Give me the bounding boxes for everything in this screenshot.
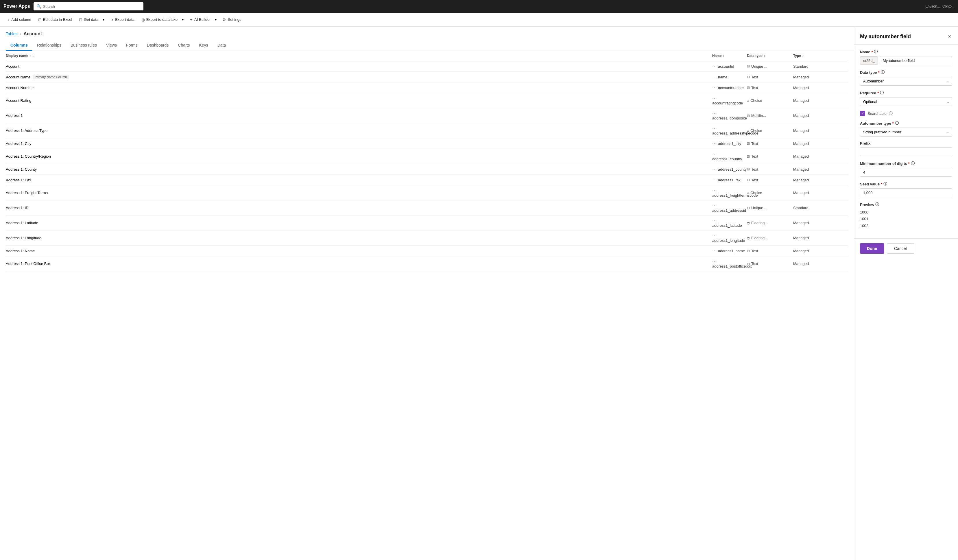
preview-info-icon[interactable]: ⓘ bbox=[875, 202, 879, 207]
ai-builder-arrow[interactable]: ▾ bbox=[213, 16, 218, 24]
min-digits-required: * bbox=[908, 162, 910, 166]
ai-builder-group: ✦ AI Builder ▾ bbox=[187, 16, 218, 24]
search-input[interactable] bbox=[43, 4, 141, 9]
export-data-button[interactable]: ⇥ Export data bbox=[107, 16, 137, 24]
row-dots[interactable]: ··· bbox=[712, 203, 717, 208]
seed-input[interactable] bbox=[860, 188, 952, 197]
table-row: Address 1: ID ··· address1_addressid ⊡ U… bbox=[6, 200, 848, 216]
export-lake-arrow[interactable]: ▾ bbox=[181, 16, 186, 24]
panel-body: Name * ⓘ cr25d_ Data type * ⓘ bbox=[854, 44, 958, 238]
name-required: * bbox=[871, 50, 873, 54]
tab-dashboards[interactable]: Dashboards bbox=[142, 40, 173, 51]
preview-values: 1000 1001 1002 bbox=[860, 209, 952, 229]
row-dots[interactable]: ··· bbox=[712, 63, 717, 68]
min-digits-input[interactable] bbox=[860, 168, 952, 177]
tab-relationships[interactable]: Relationships bbox=[32, 40, 66, 51]
data-icon: ⊟ bbox=[79, 17, 82, 22]
tab-columns[interactable]: Columns bbox=[6, 40, 32, 51]
row-dots[interactable]: ··· bbox=[712, 259, 717, 264]
edit-excel-button[interactable]: ⊞ Edit data in Excel bbox=[35, 16, 75, 24]
get-data-arrow[interactable]: ▾ bbox=[101, 16, 106, 24]
prefix-field-group: Prefix bbox=[860, 141, 952, 156]
table-row: Account Rating ··· accountratingcode ≡ C… bbox=[6, 93, 848, 108]
tab-views[interactable]: Views bbox=[102, 40, 121, 51]
add-icon: + bbox=[8, 17, 10, 22]
preview-field-group: Preview ⓘ 1000 1001 1002 bbox=[860, 202, 952, 229]
cancel-button[interactable]: Cancel bbox=[887, 243, 914, 254]
row-dots[interactable]: ··· bbox=[712, 248, 717, 253]
row-dots[interactable]: ··· bbox=[712, 96, 717, 101]
searchable-info-icon[interactable]: ⓘ bbox=[889, 111, 893, 116]
name-label: Name * ⓘ bbox=[860, 49, 952, 54]
lake-icon: ◎ bbox=[141, 17, 145, 22]
row-display-account: Account bbox=[6, 64, 712, 68]
name-field-group: Name * ⓘ cr25d_ bbox=[860, 49, 952, 65]
name-input[interactable] bbox=[880, 56, 952, 65]
row-dots[interactable]: ··· bbox=[712, 85, 717, 90]
autonumber-type-select[interactable]: String prefixed number Date prefixed num… bbox=[860, 128, 952, 136]
tab-forms[interactable]: Forms bbox=[121, 40, 142, 51]
row-dots[interactable]: ··· bbox=[712, 111, 717, 116]
searchable-label: Searchable bbox=[868, 111, 887, 116]
close-panel-button[interactable]: × bbox=[947, 32, 952, 41]
name-field-row: cr25d_ bbox=[860, 56, 952, 65]
multiline-icon: ⊡ bbox=[747, 114, 750, 118]
get-data-group: ⊟ Get data ▾ bbox=[76, 16, 106, 24]
breadcrumb-tables[interactable]: Tables bbox=[6, 32, 17, 36]
data-type-select[interactable]: Autonumber bbox=[860, 77, 952, 86]
data-type-info-icon[interactable]: ⓘ bbox=[881, 70, 885, 75]
table-row: Address 1: County ··· address1_county ⊡ … bbox=[6, 164, 848, 175]
settings-button[interactable]: ⚙ Settings bbox=[219, 16, 244, 24]
row-dots[interactable]: ··· bbox=[712, 126, 717, 131]
export-lake-button[interactable]: ◎ Export to data lake bbox=[138, 16, 181, 24]
tab-charts[interactable]: Charts bbox=[173, 40, 194, 51]
col-header-datatype[interactable]: Data type ↕ bbox=[747, 54, 793, 58]
text-icon: ⊡ bbox=[747, 141, 750, 146]
table-row: Address 1: City ··· address1_city ⊡ Text… bbox=[6, 138, 848, 149]
seed-value-field-group: Seed value * ⓘ bbox=[860, 181, 952, 197]
table-row: Account ··· accountid ⊡ Unique ... Stand… bbox=[6, 61, 848, 72]
tab-keys[interactable]: Keys bbox=[195, 40, 213, 51]
table-row: Address 1: Address Type ··· address1_add… bbox=[6, 123, 848, 138]
row-name-accountname: ··· name bbox=[712, 75, 747, 79]
search-bar[interactable]: 🔍 bbox=[33, 2, 143, 10]
required-select[interactable]: Optional Business Required Business Reco… bbox=[860, 97, 952, 106]
get-data-button[interactable]: ⊟ Get data bbox=[76, 16, 101, 24]
text-icon: ⊡ bbox=[747, 167, 750, 171]
searchable-checkbox[interactable]: ✓ bbox=[860, 111, 865, 116]
seed-info-icon[interactable]: ⓘ bbox=[883, 181, 887, 187]
row-type-accountname: ⊡ Text bbox=[747, 75, 793, 79]
required-info-icon[interactable]: ⓘ bbox=[880, 90, 884, 95]
edit-excel-group: ⊞ Edit data in Excel bbox=[35, 16, 75, 24]
name-info-icon[interactable]: ⓘ bbox=[874, 49, 878, 54]
row-name-account: ··· accountid bbox=[712, 63, 747, 69]
autonumber-type-field-group: Autonumber type * ⓘ String prefixed numb… bbox=[860, 121, 952, 136]
row-dots[interactable]: ··· bbox=[712, 167, 717, 171]
col-header-display[interactable]: Display name ↑ ↓ bbox=[6, 54, 712, 58]
table-header: Display name ↑ ↓ Name ↕ Data type ↕ Type… bbox=[6, 51, 848, 61]
row-dots[interactable]: ··· bbox=[712, 75, 717, 79]
row-dots[interactable]: ··· bbox=[712, 233, 717, 238]
autonumber-type-info-icon[interactable]: ⓘ bbox=[895, 121, 899, 126]
choice-icon: ≡ bbox=[747, 98, 749, 103]
row-dots[interactable]: ··· bbox=[712, 141, 717, 146]
export-icon: ⇥ bbox=[110, 17, 114, 22]
min-digits-info-icon[interactable]: ⓘ bbox=[911, 161, 915, 166]
row-dots[interactable]: ··· bbox=[712, 152, 717, 157]
row-dots[interactable]: ··· bbox=[712, 218, 717, 223]
col-header-name[interactable]: Name ↕ bbox=[712, 54, 747, 58]
panel-header: My autonumber field × bbox=[854, 27, 958, 44]
row-dots[interactable]: ··· bbox=[712, 188, 717, 193]
ai-builder-button[interactable]: ✦ AI Builder bbox=[187, 16, 213, 24]
row-dots[interactable]: ··· bbox=[712, 177, 717, 182]
col-header-type[interactable]: Type ↕ bbox=[793, 54, 831, 58]
prefix-input[interactable] bbox=[860, 147, 952, 156]
tab-business-rules[interactable]: Business rules bbox=[66, 40, 102, 51]
preview-label: Preview ⓘ bbox=[860, 202, 952, 207]
done-button[interactable]: Done bbox=[860, 243, 884, 254]
toolbar: + Add column ⊞ Edit data in Excel ⊟ Get … bbox=[0, 13, 958, 27]
add-column-button[interactable]: + Add column bbox=[5, 16, 34, 24]
tab-data[interactable]: Data bbox=[213, 40, 231, 51]
table-row: Address 1: Fax ··· address1_fax ⊡ Text M… bbox=[6, 175, 848, 186]
table-row: Address 1: Post Office Box ··· address1_… bbox=[6, 256, 848, 271]
